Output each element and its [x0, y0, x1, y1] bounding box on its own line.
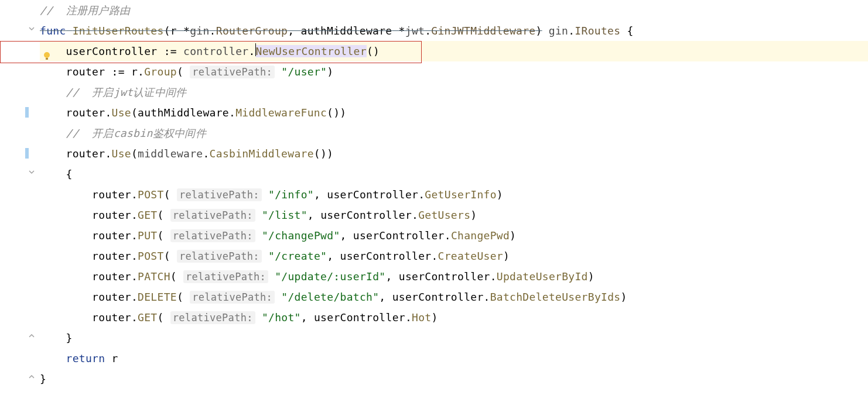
svg-point-0	[44, 52, 50, 58]
fold-marker-icon[interactable]	[28, 332, 35, 339]
selected-reference: NewUserController	[256, 45, 367, 57]
fold-marker-icon[interactable]	[28, 25, 35, 32]
code-line[interactable]: router.POST( relativePath: "/info", user…	[40, 184, 868, 205]
change-marker	[25, 107, 29, 118]
code-line[interactable]: router.PUT( relativePath: "/changePwd", …	[40, 225, 868, 246]
change-marker	[25, 148, 29, 159]
fold-marker-icon[interactable]	[28, 373, 35, 380]
comment: // 开启casbin鉴权中间件	[66, 127, 206, 139]
code-area[interactable]: // 注册用户路由 func InitUserRoutes(r *gin.Rou…	[35, 0, 868, 389]
parameter-hint: relativePath:	[170, 209, 255, 222]
parameter-hint: relativePath:	[170, 311, 255, 324]
keyword: func	[40, 25, 66, 37]
code-line[interactable]: // 注册用户路由	[40, 0, 868, 20]
code-line[interactable]: func InitUserRoutes(r *gin.RouterGroup, …	[40, 20, 868, 41]
fold-marker-icon[interactable]	[28, 168, 35, 176]
keyword: return	[66, 352, 105, 364]
parameter-hint: relativePath:	[183, 270, 268, 283]
parameter-hint: relativePath:	[190, 291, 275, 304]
parameter-hint: relativePath:	[170, 229, 255, 242]
code-line-current[interactable]: userController := controller.NewUserCont…	[40, 41, 868, 61]
intention-bulb-icon[interactable]	[42, 47, 52, 56]
comment: // 注册用户路由	[40, 4, 130, 16]
svg-rect-1	[46, 58, 48, 60]
code-line[interactable]: router.GET( relativePath: "/hot", userCo…	[40, 307, 868, 328]
code-editor[interactable]: // 注册用户路由 func InitUserRoutes(r *gin.Rou…	[0, 0, 868, 389]
code-line[interactable]: }	[40, 328, 868, 348]
code-line[interactable]: router.Use(middleware.CasbinMiddleware()…	[40, 143, 868, 164]
code-line[interactable]: return r	[40, 348, 868, 369]
code-line[interactable]: router.POST( relativePath: "/create", us…	[40, 246, 868, 266]
parameter-hint: relativePath:	[177, 250, 262, 263]
comment: // 开启jwt认证中间件	[66, 86, 187, 98]
code-line[interactable]: // 开启casbin鉴权中间件	[40, 123, 868, 143]
gutter	[0, 0, 35, 389]
function-name: InitUserRoutes	[73, 25, 164, 37]
code-line[interactable]: router.Use(authMiddleware.MiddlewareFunc…	[40, 102, 868, 123]
code-line[interactable]: // 开启jwt认证中间件	[40, 82, 868, 102]
code-line[interactable]: router.GET( relativePath: "/list", userC…	[40, 205, 868, 225]
parameter-hint: relativePath:	[190, 66, 275, 78]
code-line[interactable]: router.PATCH( relativePath: "/update/:us…	[40, 266, 868, 287]
code-line[interactable]: {	[40, 164, 868, 184]
code-line[interactable]: }	[40, 369, 868, 389]
parameter-hint: relativePath:	[177, 188, 262, 201]
code-line[interactable]: router.DELETE( relativePath: "/delete/ba…	[40, 287, 868, 307]
code-line[interactable]: router := r.Group( relativePath: "/user"…	[40, 61, 868, 82]
